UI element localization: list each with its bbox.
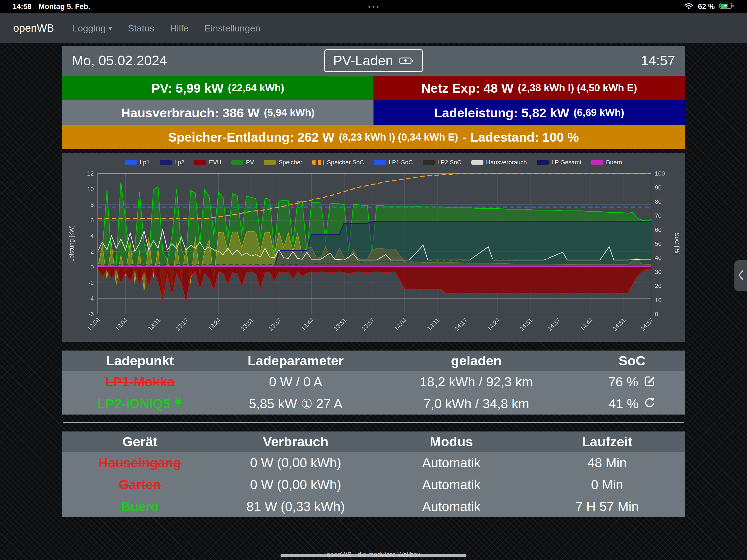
grid-tile: Netz Exp: 48 W (2,38 kWh I) (4,50 kWh E) — [374, 76, 685, 100]
battery-charging-icon — [719, 2, 735, 11]
legend-item[interactable]: LP1 SoC — [374, 159, 413, 166]
nav-status[interactable]: Status — [128, 23, 154, 34]
device-consumption: 0 W (0,00 kWh) — [218, 452, 374, 474]
device-consumption: 81 W (0,33 kWh) — [218, 495, 374, 517]
col-ladepunkt: Ladepunkt — [62, 351, 218, 371]
legend-label: PV — [246, 159, 254, 166]
chevron-left-icon — [737, 270, 744, 282]
chargepoint-params: 0 W / 0 A — [218, 371, 374, 393]
app-navbar: openWB Logging ▾ Status Hilfe Einstellun… — [0, 14, 747, 43]
device-name[interactable]: Hauseingang — [99, 456, 181, 470]
power-chart-panel: Lp1Lp2EVUPVSpeicherSpeicher SoCLP1 SoCLP… — [62, 153, 685, 342]
chargepoint-name[interactable]: LP1-Mokka — [105, 375, 175, 389]
house-tile: Hausverbrauch: 386 W (5,94 kWh) — [62, 100, 374, 125]
house-value: Hausverbrauch: 386 W — [121, 105, 260, 120]
grid-value: Netz Exp: 48 W — [421, 81, 514, 96]
legend-swatch — [374, 160, 386, 164]
charge-power-energy: (6,69 kWh) — [574, 107, 624, 119]
chargepoint-soc: 41 % — [609, 396, 639, 411]
charge-mode-label: PV-Laden — [333, 53, 393, 69]
table-row: LP2-IONIQ5 5,85 kW ① 27 A 7,0 kWh / 34,8… — [62, 393, 685, 414]
clock: 14:58 — [12, 2, 31, 11]
device-consumption: 0 W (0,00 kWh) — [218, 474, 374, 495]
legend-item[interactable]: Buero — [591, 159, 622, 166]
home-indicator[interactable] — [281, 554, 466, 557]
legend-item[interactable]: Hausverbrauch — [471, 159, 527, 166]
col-laufzeit: Laufzeit — [530, 432, 685, 452]
battery-energy: (8,23 kWh I) (0,34 kWh E) — [339, 131, 458, 143]
legend-swatch — [591, 160, 603, 164]
edit-soc-icon[interactable] — [644, 374, 656, 389]
chargepoint-name[interactable]: LP2-IONIQ5 — [97, 396, 170, 411]
chart-legend: Lp1Lp2EVUPVSpeicherSpeicher SoCLP1 SoCLP… — [66, 156, 681, 169]
dashboard-header: Mo, 05.02.2024 PV-Laden 14:57 — [62, 46, 685, 76]
legend-swatch — [471, 160, 483, 164]
legend-swatch — [231, 160, 243, 164]
wifi-icon — [684, 2, 693, 11]
table-row: Hauseingang 0 W (0,00 kWh) Automatik 48 … — [62, 452, 685, 474]
table-row: LP1-Mokka 0 W / 0 A 18,2 kWh / 92,3 km 7… — [62, 371, 685, 393]
legend-swatch — [312, 160, 324, 164]
legend-item[interactable]: Lp1 — [125, 159, 150, 166]
status-date: Montag 5. Feb. — [38, 2, 90, 11]
chargepoints-header-row: Ladepunkt Ladeparameter geladen SoC — [62, 351, 685, 371]
charge-power-tile: Ladeleistung: 5,82 kW (6,69 kWh) — [374, 100, 685, 125]
device-name[interactable]: Buero — [121, 499, 159, 514]
pv-energy: (22,64 kWh) — [228, 82, 284, 94]
device-runtime: 48 Min — [530, 452, 685, 474]
device-mode: Automatik — [374, 495, 530, 517]
legend-item[interactable]: Lp2 — [160, 159, 185, 166]
brand-logo[interactable]: openWB — [13, 22, 54, 34]
legend-label: Speicher SoC — [327, 159, 364, 166]
chargepoint-charged: 7,0 kWh / 34,8 km — [374, 393, 579, 414]
legend-swatch — [125, 160, 137, 164]
legend-label: LP2 SoC — [437, 159, 462, 166]
chargepoints-table: Ladepunkt Ladeparameter geladen SoC LP1-… — [62, 351, 685, 414]
charge-power-value: Ladeleistung: 5,82 kW — [434, 105, 569, 120]
legend-item[interactable]: PV — [231, 159, 254, 166]
nav-logging[interactable]: Logging ▾ — [73, 23, 112, 34]
refresh-soc-icon[interactable] — [644, 396, 655, 411]
device-runtime: 0 Min — [530, 474, 685, 495]
ios-status-bar: 14:58 Montag 5. Feb. 62 % — [0, 0, 747, 14]
current-date: Mo, 05.02.2024 — [72, 53, 167, 69]
legend-swatch — [423, 160, 435, 164]
legend-label: Buero — [606, 159, 622, 166]
charge-mode-button[interactable]: PV-Laden — [324, 49, 423, 72]
chargepoint-charged: 18,2 kWh / 92,3 km — [374, 371, 579, 393]
table-row: Buero 81 W (0,33 kWh) Automatik 7 H 57 M… — [62, 495, 685, 517]
devices-table: Gerät Verbrauch Modus Laufzeit Hauseinga… — [62, 432, 685, 517]
col-geraet: Gerät — [62, 432, 218, 452]
chevron-down-icon: ▾ — [108, 24, 112, 32]
col-verbrauch: Verbrauch — [218, 432, 374, 452]
side-drawer-handle[interactable] — [735, 260, 747, 291]
nav-logging-label: Logging — [73, 23, 106, 34]
legend-label: LP Gesamt — [551, 159, 582, 166]
legend-item[interactable]: Speicher — [264, 159, 302, 166]
legend-swatch — [264, 160, 276, 164]
nav-einstellungen[interactable]: Einstellungen — [205, 23, 260, 34]
battery-percent: 62 % — [698, 2, 715, 11]
legend-item[interactable]: LP Gesamt — [537, 159, 582, 166]
legend-swatch — [194, 160, 206, 164]
legend-item[interactable]: Speicher SoC — [312, 159, 364, 166]
power-chart-canvas[interactable] — [66, 169, 681, 337]
pv-value: PV: 5,99 kW — [152, 81, 224, 96]
device-name[interactable]: Garten — [119, 478, 161, 492]
section-divider — [63, 422, 684, 423]
battery-tile: Speicher-Entladung: 262 W (8,23 kWh I) (… — [62, 125, 685, 149]
nav-hilfe[interactable]: Hilfe — [170, 23, 189, 34]
col-ladeparameter: Ladeparameter — [218, 351, 374, 371]
legend-item[interactable]: LP2 SoC — [423, 159, 462, 166]
devices-header-row: Gerät Verbrauch Modus Laufzeit — [62, 432, 685, 452]
dashboard: Mo, 05.02.2024 PV-Laden 14:57 PV: 5,99 k… — [62, 46, 685, 517]
battery-soc-value: - Ladestand: 100 % — [462, 130, 579, 145]
pv-tile: PV: 5,99 kW (22,64 kWh) — [62, 76, 374, 100]
legend-label: Lp2 — [175, 159, 185, 166]
table-row: Garten 0 W (0,00 kWh) Automatik 0 Min — [62, 474, 685, 495]
legend-label: Hausverbrauch — [486, 159, 527, 166]
chargepoint-params: 5,85 kW ① 27 A — [218, 393, 374, 414]
device-mode: Automatik — [374, 474, 530, 495]
legend-item[interactable]: EVU — [194, 159, 221, 166]
device-mode: Automatik — [374, 452, 530, 474]
